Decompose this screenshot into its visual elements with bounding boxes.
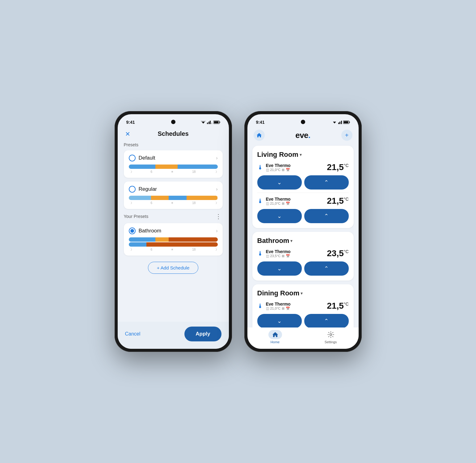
- device-sub-lr-2: ◫ 21,0°C ⊞ 📅: [266, 202, 327, 206]
- preset-name-bathroom: Bathroom: [139, 228, 162, 234]
- preset-name-default: Default: [139, 155, 155, 161]
- calendar-icon-lr-1: 📅: [286, 168, 290, 172]
- increase-btn-lr-1[interactable]: ⌃: [304, 175, 349, 190]
- status-icons-2: [332, 120, 350, 124]
- chevron-bathroom[interactable]: ›: [216, 228, 217, 234]
- control-row-bath: ⌄ ⌃: [257, 261, 349, 276]
- temp-display-lr-2: 21,5°C: [327, 196, 348, 206]
- presets-label: Presets: [124, 142, 223, 147]
- schedules-content: Presets Default ›: [118, 141, 229, 322]
- schedule-bar-bathroom: ☽ 6 ☀ 18 ☽: [129, 237, 218, 251]
- preset-card-regular: Regular › ☽ 6 ☀ 18: [124, 181, 223, 209]
- room-card-dining-room: Dining Room ▾ 🌡 Eve Thermo ◫ 21,0°C ⊞ 📅: [252, 284, 354, 327]
- nav-settings[interactable]: Settings: [303, 330, 359, 344]
- settings-nav-icon: [327, 331, 334, 338]
- room-name-bathroom: Bathroom: [257, 237, 289, 245]
- device-row-dining: 🌡 Eve Thermo ◫ 21,0°C ⊞ 📅 21,5°C: [257, 301, 349, 311]
- wifi-icon-2: [332, 120, 337, 124]
- svg-marker-5: [333, 122, 336, 123]
- nav-settings-label: Settings: [325, 340, 337, 344]
- increase-btn-dining[interactable]: ⌃: [304, 314, 349, 327]
- battery-icon: [213, 120, 220, 124]
- svg-rect-7: [349, 122, 350, 123]
- cancel-button[interactable]: Cancel: [125, 331, 141, 337]
- preset-card-bathroom: Bathroom › ☽ 6: [124, 223, 223, 256]
- phone-schedules: 9:41 ✕: [115, 111, 232, 352]
- wifi-icon: [201, 120, 206, 124]
- svg-rect-3: [219, 122, 220, 123]
- schedules-header: ✕ Schedules: [118, 128, 229, 141]
- house-icon: [256, 133, 262, 138]
- room-name-dining: Dining Room: [257, 289, 300, 297]
- thermometer-icon-bath: 🌡: [257, 250, 263, 257]
- preset-name-regular: Regular: [139, 186, 157, 192]
- device-row-lr-1: 🌡 Eve Thermo ◫ 21,0°C ⊞ 📅 21,5°C: [257, 162, 349, 172]
- control-row-lr-1: ⌄ ⌃: [257, 175, 349, 190]
- eve-header: eve. +: [247, 128, 359, 144]
- nav-home[interactable]: Home: [247, 330, 303, 344]
- room-dropdown-bathroom[interactable]: ▾: [290, 238, 293, 243]
- device-sub-dining: ◫ 21,0°C ⊞ 📅: [266, 307, 327, 311]
- schedule-bar-regular: ☽ 6 ☀ 18 ☽: [129, 196, 218, 205]
- nav-home-icon-wrap: [268, 330, 282, 339]
- schedules-footer: Cancel Apply: [118, 322, 229, 349]
- room-card-living-room: Living Room ▾ 🌡 Eve Thermo ◫ 21,0°C ⊞ 📅: [252, 146, 354, 228]
- more-options-button[interactable]: ⋮: [214, 213, 223, 220]
- device-sub-lr-1: ◫ 21,0°C ⊞ 📅: [266, 168, 327, 172]
- schedule-icon-lr-1: ⊞: [282, 168, 284, 172]
- device-name-lr-2: Eve Thermo: [266, 197, 327, 202]
- device-name-dining: Eve Thermo: [266, 302, 327, 307]
- increase-btn-lr-2[interactable]: ⌃: [304, 209, 349, 223]
- eve-content: Living Room ▾ 🌡 Eve Thermo ◫ 21,0°C ⊞ 📅: [247, 144, 359, 327]
- svg-point-9: [330, 334, 332, 336]
- home-nav-icon: [272, 332, 279, 338]
- chevron-default[interactable]: ›: [216, 155, 217, 161]
- your-presets-label: Your Presets: [124, 214, 149, 219]
- home-nav-button[interactable]: [254, 130, 265, 141]
- eve-dot: .: [308, 131, 310, 140]
- nav-settings-icon-wrap: [324, 330, 338, 339]
- temp-display-dining: 21,5°C: [327, 301, 348, 311]
- control-row-dining: ⌄ ⌃: [257, 314, 349, 327]
- status-time-2: 9:41: [256, 120, 265, 125]
- decrease-btn-bath[interactable]: ⌄: [257, 261, 302, 276]
- control-row-lr-2: ⌄ ⌃: [257, 209, 349, 223]
- eve-logo: eve.: [295, 131, 310, 140]
- target-temp-icon-lr-1: ◫: [266, 168, 269, 172]
- status-time-1: 9:41: [126, 120, 135, 125]
- radio-bathroom[interactable]: [129, 227, 136, 234]
- add-schedule-button[interactable]: + Add Schedule: [148, 262, 199, 274]
- status-icons-1: [201, 120, 220, 124]
- camera-notch-2: [301, 120, 305, 124]
- chevron-regular[interactable]: ›: [216, 186, 217, 192]
- phone-eve: 9:41: [244, 111, 362, 352]
- schedules-title: Schedules: [158, 130, 188, 137]
- decrease-btn-lr-1[interactable]: ⌄: [257, 175, 302, 190]
- battery-icon-2: [343, 120, 350, 124]
- add-button[interactable]: +: [341, 130, 352, 141]
- separator-lr: [257, 193, 349, 193]
- radio-regular[interactable]: [129, 186, 136, 193]
- thermometer-icon-lr-2: 🌡: [257, 198, 263, 205]
- thermometer-icon-lr-1: 🌡: [257, 164, 263, 171]
- decrease-btn-lr-2[interactable]: ⌄: [257, 209, 302, 223]
- radio-default[interactable]: [129, 155, 136, 161]
- device-name-lr-1: Eve Thermo: [266, 163, 327, 168]
- svg-rect-8: [343, 121, 348, 123]
- device-name-bath: Eve Thermo: [266, 249, 327, 254]
- signal-icon: [207, 121, 212, 124]
- temp-display-bath: 23,5°C: [327, 248, 348, 258]
- signal-icon-2: [338, 121, 342, 124]
- camera-notch: [171, 120, 175, 124]
- apply-button[interactable]: Apply: [184, 327, 221, 341]
- nav-home-label: Home: [271, 340, 280, 344]
- room-dropdown-living[interactable]: ▾: [300, 152, 302, 157]
- eve-nav: Home Settings: [247, 327, 359, 349]
- device-sub-bath: ◫ 23,5°C ⊞ 📅: [266, 254, 327, 258]
- room-dropdown-dining[interactable]: ▾: [301, 291, 303, 296]
- device-row-lr-2: 🌡 Eve Thermo ◫ 21,0°C ⊞ 📅 21,5°C: [257, 196, 349, 206]
- close-button[interactable]: ✕: [124, 129, 132, 139]
- temp-display-lr-1: 21,5°C: [327, 162, 348, 172]
- increase-btn-bath[interactable]: ⌃: [304, 261, 349, 276]
- decrease-btn-dining[interactable]: ⌄: [257, 314, 302, 327]
